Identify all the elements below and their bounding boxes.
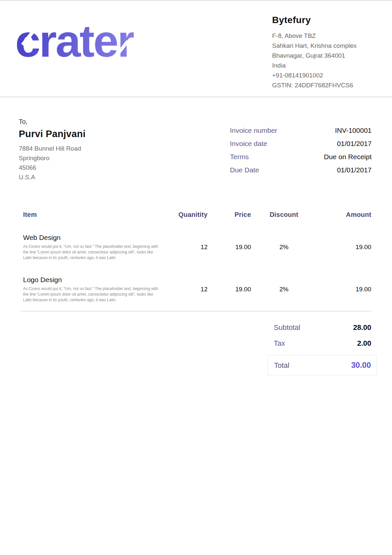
invoice-number-label: Invoice number	[230, 127, 277, 134]
column-header-quantity: Quanitity	[168, 211, 208, 219]
item-name: Web Design	[23, 234, 168, 242]
item-cell: Web Design As Cicero would put it, “Um, …	[23, 234, 168, 261]
totals-block: Subtotal 28.00 Tax 2.00 Total 30.00	[267, 323, 377, 375]
column-header-price: Price	[208, 211, 251, 219]
item-quantity: 12	[168, 244, 208, 251]
bill-to-label: To,	[19, 118, 86, 126]
tax-row: Tax 2.00	[267, 339, 377, 348]
column-header-amount: Amount	[317, 211, 371, 219]
invoice-header: crater Bytefury F-8, Above TBZ Sahkari H…	[0, 1, 392, 98]
item-quantity: 12	[168, 286, 208, 293]
item-price: 19.00	[208, 244, 251, 251]
customer-address-line: Springboro	[19, 153, 86, 163]
tax-value: 2.00	[357, 339, 371, 348]
customer-address-line: U.S.A	[19, 172, 86, 182]
invoice-number-value: INV-100001	[335, 127, 372, 134]
company-gstin: GSTIN: 24DDF7682FHVCS6	[272, 80, 378, 90]
table-row: Logo Design As Cicero would put it, “Um,…	[23, 276, 371, 303]
customer-address-line: 7884 Bunnel Hill Road	[19, 144, 86, 153]
column-header-discount: Discount	[251, 211, 317, 219]
terms-label: Terms	[230, 153, 249, 161]
invoice-date-row: Invoice date 01/01/2017	[230, 140, 372, 148]
company-name: Bytefury	[272, 15, 378, 25]
company-address-line: F-8, Above TBZ	[272, 31, 378, 41]
company-address-line: Bhavnagar, Gujrat 364001	[272, 51, 378, 61]
item-name: Logo Design	[23, 276, 168, 284]
company-address-line: Sahkari Hart, Krishna complex	[272, 41, 378, 51]
totals-section: Subtotal 28.00 Tax 2.00 Total 30.00	[0, 323, 377, 375]
invoice-number-row: Invoice number INV-100001	[230, 127, 372, 134]
address-meta-section: To, Purvi Panjvani 7884 Bunnel Hill Road…	[0, 98, 392, 182]
customer-name: Purvi Panjvani	[19, 129, 86, 139]
bill-to-block: To, Purvi Panjvani 7884 Bunnel Hill Road…	[19, 118, 86, 182]
crater-logo: crater	[15, 18, 134, 64]
items-table: Item Quanitity Price Discount Amount Web…	[23, 211, 371, 303]
item-amount: 19.00	[317, 244, 371, 251]
subtotal-label: Subtotal	[274, 323, 300, 332]
crater-logo-text: crater	[15, 18, 134, 64]
due-date-label: Due Date	[230, 166, 259, 174]
tax-label: Tax	[274, 339, 285, 348]
invoice-page: crater Bytefury F-8, Above TBZ Sahkari H…	[0, 0, 392, 555]
item-discount: 2%	[251, 286, 317, 293]
due-date-value: 01/01/2017	[337, 166, 372, 174]
item-description: As Cicero would put it, “Um, not so fast…	[23, 286, 163, 303]
item-description: As Cicero would put it, “Um, not so fast…	[23, 244, 163, 261]
item-price: 19.00	[208, 286, 251, 293]
invoice-date-value: 01/01/2017	[337, 140, 372, 148]
company-address-line: India	[272, 61, 378, 71]
column-header-item: Item	[23, 211, 168, 219]
table-row: Web Design As Cicero would put it, “Um, …	[23, 234, 371, 261]
item-cell: Logo Design As Cicero would put it, “Um,…	[23, 276, 168, 303]
total-row: Total 30.00	[267, 355, 377, 375]
due-date-row: Due Date 01/01/2017	[230, 166, 372, 174]
total-label: Total	[274, 361, 289, 370]
customer-address: 7884 Bunnel Hill Road Springboro 45066 U…	[19, 144, 86, 182]
terms-value: Due on Receipt	[324, 153, 372, 161]
total-value: 30.00	[351, 361, 371, 370]
subtotal-row: Subtotal 28.00	[267, 323, 377, 332]
item-discount: 2%	[251, 244, 317, 251]
items-table-header: Item Quanitity Price Discount Amount	[23, 211, 371, 219]
subtotal-value: 28.00	[353, 323, 371, 332]
company-info-block: Bytefury F-8, Above TBZ Sahkari Hart, Kr…	[272, 15, 378, 90]
table-bottom-divider	[21, 311, 371, 311]
company-phone: +91-08141901002	[272, 71, 378, 80]
invoice-date-label: Invoice date	[230, 140, 267, 148]
terms-row: Terms Due on Receipt	[230, 153, 372, 161]
invoice-meta-block: Invoice number INV-100001 Invoice date 0…	[230, 127, 372, 182]
customer-address-line: 45066	[19, 163, 86, 172]
item-amount: 19.00	[317, 286, 371, 293]
